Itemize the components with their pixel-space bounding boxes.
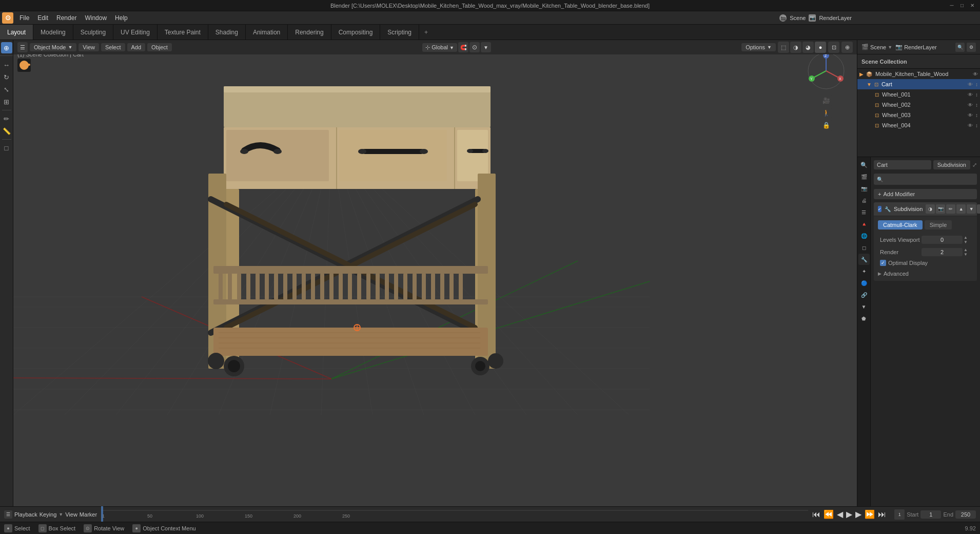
menu-render[interactable]: Render xyxy=(52,13,81,23)
add-workspace-button[interactable]: + xyxy=(419,25,433,40)
render-inc[interactable]: ▲ xyxy=(964,247,971,252)
viewport-menu-icon[interactable]: ☰ xyxy=(17,42,28,52)
subdivision-tab[interactable]: Subdivision xyxy=(933,160,970,169)
object-menu[interactable]: Object xyxy=(147,43,172,51)
cursor-tool[interactable]: ⊕ xyxy=(1,42,12,53)
prop-tab-constraints[interactable]: 🔗 xyxy=(858,289,870,300)
outliner-item-wheel002[interactable]: ⊡ Wheel_002 👁 ↕ xyxy=(857,100,980,110)
levels-viewport-value[interactable]: 0 xyxy=(922,236,963,244)
menu-window[interactable]: Window xyxy=(81,13,111,23)
next-frame-button[interactable]: ▶ xyxy=(855,509,861,519)
jump-end-button[interactable]: ⏭ xyxy=(878,510,886,519)
prop-tab-data[interactable]: ▼ xyxy=(858,301,870,312)
navigation-gizmo[interactable]: Z X Y 🎥 🚶 🔒 xyxy=(806,50,847,91)
modifier-delete-button[interactable]: ✕ xyxy=(977,204,980,214)
close-button[interactable]: ✕ xyxy=(969,2,976,9)
catmull-clark-button[interactable]: Catmull-Clark xyxy=(878,220,923,230)
marker-label[interactable]: Marker xyxy=(80,511,97,518)
prop-tab-sceneprops[interactable]: 🔺 xyxy=(858,218,870,230)
prop-tab-physics[interactable]: 🔵 xyxy=(858,277,870,289)
prop-tab-search[interactable]: 🔍 xyxy=(858,159,870,170)
prop-tab-scene[interactable]: 🎬 xyxy=(858,171,870,182)
render-value[interactable]: 2 xyxy=(922,248,963,256)
options-button[interactable]: Options ▼ xyxy=(741,43,776,51)
prop-tab-modifiers[interactable]: 🔧 xyxy=(858,254,870,265)
prev-frame-button[interactable]: ◀ xyxy=(837,509,843,519)
outliner-item-wheel001[interactable]: ⊡ Wheel_001 👁 ↕ xyxy=(857,89,980,100)
prop-tab-object[interactable]: ◻ xyxy=(858,242,870,253)
tab-uv-editing[interactable]: UV Editing xyxy=(113,25,158,40)
annotate-tool[interactable]: ✏ xyxy=(1,113,12,124)
tab-sculpting[interactable]: Sculpting xyxy=(73,25,113,40)
prop-panel-resize[interactable]: ⤢ xyxy=(972,162,977,168)
window-controls[interactable]: ─ □ ✕ xyxy=(948,2,976,9)
search-bar[interactable]: 🔍 xyxy=(874,174,977,185)
scale-tool[interactable]: ⤡ xyxy=(1,84,12,95)
play-button[interactable]: ▶ xyxy=(846,509,852,519)
object-dropdown[interactable]: Cart xyxy=(874,160,931,169)
prop-tab-world[interactable]: 🌐 xyxy=(858,230,870,241)
timeline-menu-icon[interactable]: ☰ xyxy=(4,510,12,519)
tab-modeling[interactable]: Modeling xyxy=(33,25,73,40)
viewport-shading-material[interactable]: ◕ xyxy=(802,42,814,53)
playback-label[interactable]: Playback xyxy=(14,511,37,518)
keying-label[interactable]: Keying xyxy=(40,511,57,518)
simple-button[interactable]: Simple xyxy=(925,220,952,230)
lock-view-icon[interactable]: 🔒 xyxy=(820,120,832,131)
tab-shading[interactable]: Shading xyxy=(208,25,246,40)
add-menu[interactable]: Add xyxy=(127,43,146,51)
prev-keyframe-button[interactable]: ⏪ xyxy=(824,509,834,519)
add-object-tool[interactable]: □ xyxy=(1,142,12,154)
optimal-display-checkbox[interactable]: ✓ Optimal Display xyxy=(880,260,928,266)
filter-icon[interactable]: ⚙ xyxy=(967,43,976,52)
advanced-section[interactable]: ▶ Advanced xyxy=(878,271,973,277)
measure-tool[interactable]: 📏 xyxy=(1,125,12,137)
tab-rendering[interactable]: Rendering xyxy=(288,25,331,40)
select-menu[interactable]: Select xyxy=(101,43,125,51)
frame-start-input[interactable]: 1 xyxy=(920,510,941,519)
object-mode-dropdown[interactable]: Object Mode ▼ xyxy=(30,43,76,51)
jump-start-button[interactable]: ⏮ xyxy=(812,510,820,519)
scene-selector[interactable]: 🎬 Scene ▼ xyxy=(861,44,892,50)
outliner-item-mobile[interactable]: ▶ 📦 Mobile_Kitchen_Table_Wood 👁 xyxy=(857,69,980,79)
render-dec[interactable]: ▼ xyxy=(964,252,971,257)
frame-end-input[interactable]: 250 xyxy=(955,510,976,519)
menu-help[interactable]: Help xyxy=(111,13,132,23)
tab-animation[interactable]: Animation xyxy=(246,25,288,40)
tab-scripting[interactable]: Scripting xyxy=(380,25,419,40)
visibility-w1-icon[interactable]: 👁 xyxy=(968,92,973,98)
viewport-gizmo-btn[interactable]: ⊕ xyxy=(841,42,853,53)
maximize-button[interactable]: □ xyxy=(958,2,966,9)
modifier-enabled-checkbox[interactable]: ✓ xyxy=(878,206,881,212)
view-label[interactable]: View xyxy=(65,511,77,518)
tab-compositing[interactable]: Compositing xyxy=(331,25,381,40)
rotate-tool[interactable]: ↻ xyxy=(1,71,12,83)
prop-tab-material[interactable]: ⬟ xyxy=(858,313,870,324)
prop-tab-output[interactable]: 🖨 xyxy=(858,195,870,206)
modifier-cage-icon[interactable]: ▲ xyxy=(956,204,966,214)
tab-texture-paint[interactable]: Texture Paint xyxy=(158,25,208,40)
viewport-overlay-btn[interactable]: ⊡ xyxy=(828,42,839,53)
next-keyframe-button[interactable]: ⏩ xyxy=(865,509,875,519)
transform-tool[interactable]: ⊞ xyxy=(1,96,12,107)
modifier-menu-icon[interactable]: ▼ xyxy=(967,204,976,214)
modifier-realtime-icon[interactable]: ◑ xyxy=(926,204,935,214)
viewport-shading-solid[interactable]: ◑ xyxy=(790,42,801,53)
levels-viewport-dec[interactable]: ▼ xyxy=(964,240,971,244)
move-tool[interactable]: ↔ xyxy=(1,59,12,70)
viewport-shading-rendered[interactable]: ● xyxy=(815,42,826,53)
tab-layout[interactable]: Layout xyxy=(0,25,33,40)
walk-mode-icon[interactable]: 🚶 xyxy=(820,107,832,119)
view-menu[interactable]: View xyxy=(79,43,99,51)
proportional-edit[interactable]: ⊙ xyxy=(469,42,480,52)
modifier-render-icon[interactable]: 📷 xyxy=(936,204,945,214)
render-layer-selector[interactable]: 📷 RenderLayer xyxy=(895,44,937,50)
visibility-w2-icon[interactable]: 👁 xyxy=(968,102,973,108)
visibility-icon[interactable]: 👁 xyxy=(973,71,978,77)
zoom-camera-icon[interactable]: 🎥 xyxy=(820,95,832,106)
transform-global-dropdown[interactable]: ⊹ Global ▼ xyxy=(422,43,457,52)
blender-logo[interactable]: ⊙ xyxy=(2,12,13,24)
outliner-item-cart[interactable]: ▼ ⊡ Cart 👁 ↕ xyxy=(857,79,980,89)
visibility-w4-icon[interactable]: 👁 xyxy=(968,123,973,128)
viewport-canvas[interactable]: User Perspective (1) Scene Collection | … xyxy=(13,40,857,506)
